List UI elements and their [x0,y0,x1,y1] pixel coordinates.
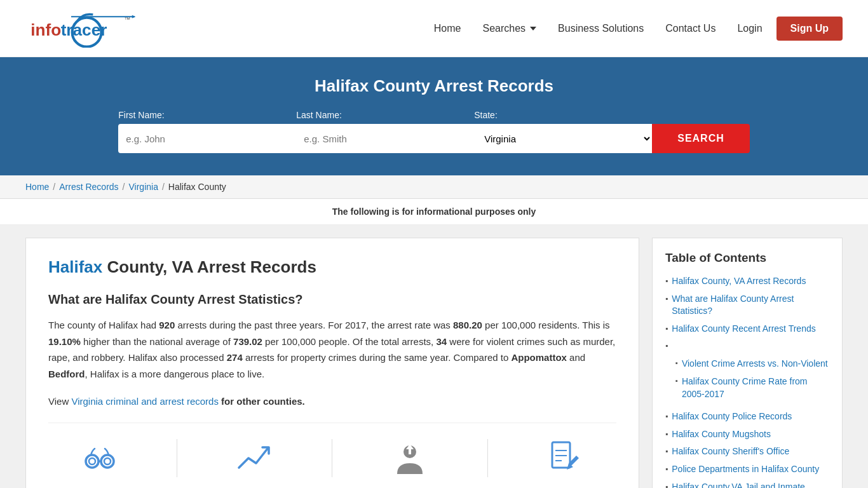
breadcrumb-sep-2: / [123,182,125,192]
list-item: Halifax County, VA Arrest Records [665,275,829,288]
section1-heading: What are Halifax County Arrest Statistic… [48,292,616,307]
nav-login[interactable]: Login [729,18,770,39]
signup-button[interactable]: Sign Up [776,17,843,41]
toc-list: Halifax County, VA Arrest Records What a… [665,275,829,488]
toc-link-8[interactable]: Halifax County Sheriff's Office [672,445,789,458]
table-of-contents: Table of Contents Halifax County, VA Arr… [652,238,843,488]
upload-icon [391,439,429,477]
nav-contact[interactable]: Contact Us [658,18,723,39]
svg-marker-4 [132,15,136,18]
p1-text-1: The county of Halifax had [48,320,159,330]
hero-section: Halifax County Arrest Records First Name… [0,57,868,175]
breadcrumb-home[interactable]: Home [25,182,49,192]
last-name-group: Last Name: [296,110,474,153]
toc-link-5[interactable]: Halifax County Crime Rate from 2005-2017 [682,376,829,400]
list-item: Halifax County,VA Jail and Inmate Record… [665,481,829,488]
toc-sublist: Violent Crime Arrests vs. Non-Violent Ha… [665,358,829,405]
main-nav: Home Searches Business Solutions Contact… [426,17,843,41]
first-name-label: First Name: [118,110,164,120]
svg-point-7 [89,458,95,464]
view-link-text: View [48,396,71,407]
p1-1910: 19.10% [48,336,81,347]
p1-text-2: arrests during the past three years. For… [175,320,453,330]
p1-text-5: per 100,000 people. Of the total arrests… [262,336,437,347]
toc-link-3[interactable]: Halifax County Recent Arrest Trends [672,323,815,336]
breadcrumb-arrest[interactable]: Arrest Records [59,182,118,192]
view-link-anchor[interactable]: Virginia criminal and arrest records [71,396,218,407]
searches-label: Searches [482,23,526,34]
nav-home[interactable]: Home [426,18,469,39]
section1-paragraph: The county of Halifax had 920 arrests du… [48,317,616,382]
p1-and: and [567,352,585,363]
svg-point-6 [101,455,114,468]
last-name-input[interactable] [296,124,474,153]
logo-image: info tracer ™ [25,10,140,48]
list-item: What are Halifax County Arrest Statistic… [665,293,829,318]
breadcrumb-virginia[interactable]: Virginia [129,182,158,192]
toc-link-1[interactable]: Halifax County, VA Arrest Records [672,275,806,288]
p1-34: 34 [436,336,447,347]
pencil-icon [546,439,584,477]
list-item: Halifax County Police Records [665,410,829,423]
svg-point-5 [86,455,98,468]
p1-bedford: Bedford [48,369,85,379]
icons-row [48,423,616,480]
list-item: Police Departments in Halifax County [665,463,829,476]
pencil-icon-container [539,436,590,480]
article: Halifax County, VA Arrest Records What a… [25,238,639,488]
svg-point-8 [104,458,111,464]
breadcrumb-bar: Home / Arrest Records / Virginia / Halif… [0,175,868,199]
search-button[interactable]: SEARCH [652,124,750,153]
handcuffs-icon-container [74,436,125,480]
article-title-blue: Halifax [48,257,102,276]
state-label: State: [474,110,498,120]
logo[interactable]: info tracer ™ [25,10,140,48]
breadcrumb-halifax: Halifax County [168,182,226,192]
svg-text:tracer: tracer [61,20,107,39]
view-link-paragraph: View Virginia criminal and arrest record… [48,393,616,410]
toc-link-6[interactable]: Halifax County Police Records [672,410,792,423]
view-link-end: for other counties. [219,396,305,407]
divider-2 [332,439,332,477]
p1-text-4: higher than the national average of [81,336,233,347]
toc-link-2[interactable]: What are Halifax County Arrest Statistic… [672,293,829,318]
p1-text-7: arrests for property crimes during the s… [243,352,512,363]
nav-searches[interactable]: Searches [475,18,544,39]
nav-business[interactable]: Business Solutions [550,18,651,39]
site-header: info tracer ™ Home Searches Business Sol… [0,0,868,57]
breadcrumb-sep-3: / [162,182,165,192]
p1-920: 920 [159,320,175,330]
info-notice-text: The following is for informational purpo… [332,207,536,217]
state-select[interactable]: Virginia Alabama Alaska Arizona Californ… [474,124,652,153]
list-item: Halifax County Crime Rate from 2005-2017 [675,376,829,400]
first-name-group: First Name: [118,110,296,153]
list-item: Halifax County Mugshots [665,428,829,441]
divider-1 [177,439,177,477]
searches-chevron-icon [530,27,536,30]
toc-link-9[interactable]: Police Departments in Halifax County [672,463,819,476]
state-group: State: Virginia Alabama Alaska Arizona C… [474,110,652,153]
trending-icon-container [229,436,280,480]
breadcrumb: Home / Arrest Records / Virginia / Halif… [25,182,843,192]
article-title: Halifax County, VA Arrest Records [48,257,616,277]
first-name-input[interactable] [118,124,296,153]
divider-3 [487,439,488,477]
svg-text:info: info [31,20,61,39]
handcuffs-icon [81,439,119,477]
p1-274: 274 [227,352,243,363]
toc-link-4[interactable]: Violent Crime Arrests vs. Non-Violent [682,358,828,370]
breadcrumb-sep-1: / [53,182,55,192]
p1-73902: 739.02 [233,336,262,347]
toc-link-7[interactable]: Halifax County Mugshots [672,428,771,441]
trending-icon [236,439,274,477]
p1-appomattox: Appomattox [511,352,567,363]
list-item: Halifax County Sheriff's Office [665,445,829,458]
list-item: Violent Crime Arrests vs. Non-Violent [675,358,829,370]
toc-heading: Table of Contents [665,251,829,265]
toc-link-10[interactable]: Halifax County,VA Jail and Inmate Record… [672,481,829,488]
hero-title: Halifax County Arrest Records [25,76,843,96]
main-content: Halifax County, VA Arrest Records What a… [0,225,868,488]
article-title-rest: County, VA Arrest Records [102,257,316,276]
p1-text-3: per 100,000 residents. This is [482,320,610,330]
list-item: Violent Crime Arrests vs. Non-Violent Ha… [665,340,829,405]
